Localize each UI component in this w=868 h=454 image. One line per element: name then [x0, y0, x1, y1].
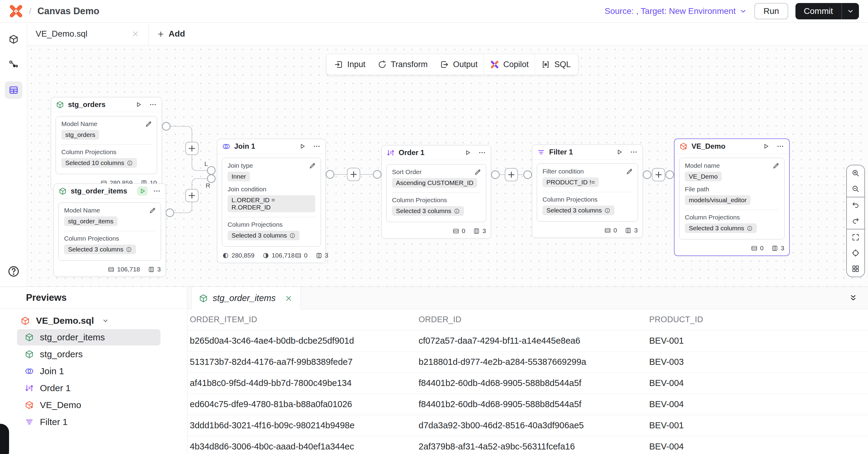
field-value-chip[interactable]: Selected 3 columns	[227, 231, 300, 240]
zoom-in-button[interactable]	[847, 165, 864, 181]
file-tab[interactable]: VE_Demo.sql	[27, 23, 149, 45]
rail-models-button[interactable]	[5, 31, 22, 48]
toolbar-sql-button[interactable]: SQL	[535, 54, 577, 75]
run-button[interactable]: Run	[754, 3, 788, 19]
tree-item-order-1[interactable]: Order 1	[17, 380, 160, 396]
canvas[interactable]: L R InputTransformOutputCopilotSQL stg_o…	[27, 46, 868, 286]
help-button[interactable]	[7, 265, 20, 278]
input-handle[interactable]	[524, 171, 532, 179]
tree-root-ve-demo-sql[interactable]: VE_Demo.sql	[0, 313, 187, 329]
edit-pencil-icon[interactable]	[772, 162, 780, 170]
node-play-button[interactable]	[137, 186, 148, 195]
add-tab-button[interactable]: + Add	[149, 23, 194, 45]
edit-pencil-icon[interactable]	[474, 168, 482, 176]
info-icon[interactable]	[289, 233, 296, 239]
field-value-chip[interactable]: stg_orders	[61, 130, 99, 140]
node-menu-button[interactable]	[478, 149, 486, 157]
input-handle[interactable]	[373, 171, 381, 178]
tree-item-filter-1[interactable]: Filter 1	[17, 414, 160, 430]
info-icon[interactable]	[127, 160, 133, 166]
field-value-chip[interactable]: PRODUCT_ID !=	[542, 177, 599, 187]
node-ve-demo[interactable]: VE_DemoModel nameVE_DemoFile pathmodels/…	[674, 139, 790, 256]
node-menu-button[interactable]	[776, 142, 784, 150]
field-value-chip[interactable]: Inner	[227, 172, 250, 181]
node-stg_order_items[interactable]: stg_order_itemsModel Namestg_order_items…	[54, 183, 166, 277]
node-play-button[interactable]	[761, 142, 771, 151]
field-value-chip[interactable]: VE_Demo	[685, 172, 722, 181]
chevron-down-icon[interactable]	[102, 317, 109, 324]
toolbar-copilot-button[interactable]: Copilot	[484, 54, 535, 75]
node-order-1[interactable]: Order 1Sort OrderAscending CUSTOMER_IDCo…	[381, 145, 491, 239]
dbt-logo-icon[interactable]	[9, 4, 23, 18]
toolbar-input-button[interactable]: Input	[328, 54, 371, 75]
input-handle-right[interactable]	[207, 175, 215, 183]
grid-button[interactable]	[847, 261, 864, 277]
node-menu-button[interactable]	[313, 142, 321, 150]
field-value-chip[interactable]: L.ORDER_ID = R.ORDER_ID	[227, 195, 315, 212]
redo-button[interactable]	[847, 213, 864, 229]
node-stg_orders[interactable]: stg_ordersModel Namestg_ordersColumn Pro…	[51, 97, 162, 190]
tree-item-stg-orders[interactable]: stg_orders	[17, 346, 160, 362]
tree-item-ve-demo[interactable]: VE_Demo	[17, 397, 160, 413]
input-handle[interactable]	[666, 171, 674, 179]
add-step-button[interactable]	[347, 168, 360, 181]
node-play-button[interactable]	[297, 142, 307, 151]
node-play-button[interactable]	[614, 148, 624, 157]
edit-pencil-icon[interactable]	[626, 168, 633, 175]
add-step-button[interactable]	[505, 169, 518, 181]
edit-pencil-icon[interactable]	[309, 162, 316, 170]
node-menu-button[interactable]	[630, 148, 638, 156]
node-join-1[interactable]: Join 1Join typeInnerJoin conditionL.ORDE…	[217, 139, 326, 263]
info-icon[interactable]	[746, 225, 753, 232]
add-step-button[interactable]	[652, 169, 665, 181]
add-step-button[interactable]	[186, 189, 198, 202]
environment-selector[interactable]: Source: , Target: New Environment	[604, 6, 747, 16]
table-row[interactable]: 4b34d8d6-3006-4b0c-aaad-b40ef1a344ec2af3…	[187, 436, 868, 454]
table-row[interactable]: ed604c75-dfe9-4780-81ba-b88a0fa01026f844…	[187, 394, 868, 415]
field-value-chip[interactable]: Selected 10 columns	[61, 158, 137, 168]
collapse-panel-button[interactable]	[849, 294, 858, 303]
table-row[interactable]: b265d0a4-3c46-4ae4-b0db-dcbe25df901dcf07…	[187, 330, 868, 352]
tree-item-stg-order-items[interactable]: stg_order_items	[17, 329, 160, 345]
close-icon[interactable]	[284, 294, 293, 303]
output-handle[interactable]	[162, 122, 170, 130]
field-value-chip[interactable]: Ascending CUSTOMER_ID	[392, 178, 477, 188]
table-row[interactable]: af41b8c0-9f5d-44d9-bb7d-7800c49be134f844…	[187, 373, 868, 394]
edit-pencil-icon[interactable]	[145, 120, 153, 128]
preview-tab[interactable]: stg_order_items	[191, 287, 301, 309]
node-menu-button[interactable]	[149, 101, 157, 109]
zoom-out-button[interactable]	[847, 181, 864, 197]
output-handle[interactable]	[166, 209, 174, 217]
edit-pencil-icon[interactable]	[149, 207, 157, 214]
field-value-chip[interactable]: Selected 3 columns	[685, 223, 757, 233]
toolbar-output-button[interactable]: Output	[434, 54, 484, 75]
output-handle[interactable]	[326, 171, 334, 178]
rail-preview-table-button[interactable]	[5, 81, 22, 99]
field-value-chip[interactable]: stg_order_items	[64, 216, 118, 226]
node-filter-1[interactable]: Filter 1Filter conditionPRODUCT_ID !=Col…	[532, 145, 643, 238]
table-row[interactable]: 513173b7-82d4-4176-aa7f-99b8389fede7b218…	[187, 352, 868, 373]
undo-button[interactable]	[847, 198, 864, 213]
field-value-chip[interactable]: Selected 3 columns	[392, 206, 464, 216]
output-handle[interactable]	[491, 171, 499, 179]
commit-dropdown-button[interactable]	[841, 3, 859, 19]
field-value-chip[interactable]: models/visual_editor	[685, 195, 750, 205]
node-play-button[interactable]	[462, 148, 473, 157]
add-step-button[interactable]	[186, 142, 198, 155]
locate-button[interactable]	[847, 245, 864, 261]
field-value-chip[interactable]: Selected 3 columns	[542, 206, 614, 215]
input-handle-left[interactable]	[207, 167, 215, 174]
fit-button[interactable]	[847, 230, 864, 245]
node-play-button[interactable]	[133, 100, 144, 109]
toolbar-transform-button[interactable]: Transform	[371, 54, 434, 75]
tree-item-join-1[interactable]: Join 1	[17, 363, 160, 379]
commit-button[interactable]: Commit	[796, 3, 841, 19]
field-value-chip[interactable]: Selected 3 columns	[64, 245, 136, 254]
node-menu-button[interactable]	[153, 187, 161, 195]
info-icon[interactable]	[126, 246, 132, 253]
info-icon[interactable]	[454, 208, 460, 214]
close-icon[interactable]	[131, 29, 140, 38]
table-row[interactable]: 3ddd1b6d-3021-4f16-b09c-980214b9498ed7da…	[187, 415, 868, 436]
output-handle[interactable]	[643, 171, 651, 179]
rail-lineage-button[interactable]	[5, 56, 22, 73]
